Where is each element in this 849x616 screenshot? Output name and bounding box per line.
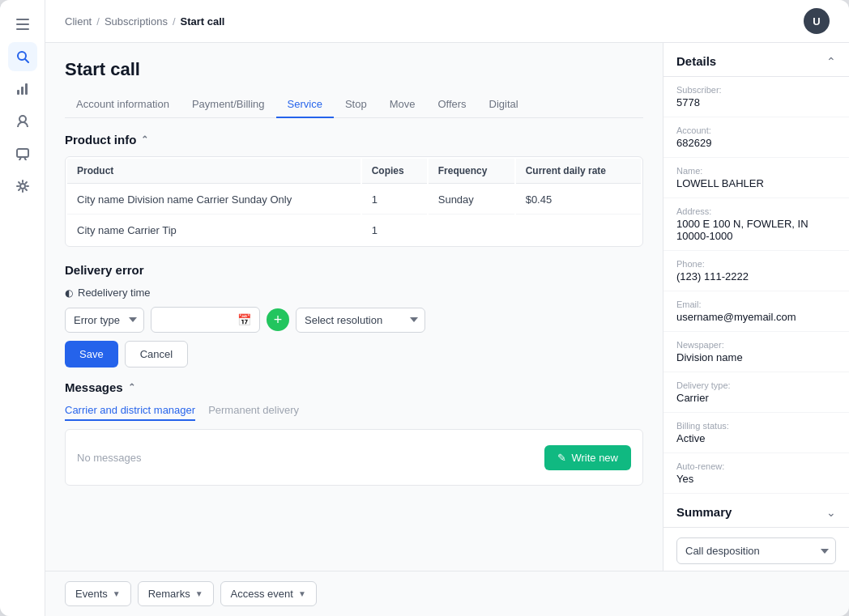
clock-icon: ◐: [65, 287, 73, 299]
col-rate: Current daily rate: [516, 159, 641, 184]
product-copies-2: 1: [362, 216, 427, 244]
tab-payment-billing[interactable]: Payment/Billing: [181, 91, 276, 118]
write-new-label: Write new: [571, 452, 618, 464]
cancel-button[interactable]: Cancel: [125, 341, 188, 367]
save-button[interactable]: Save: [65, 341, 118, 367]
product-info-header: Product info ⌃: [65, 133, 643, 147]
detail-field-phone: Phone: (123) 111-2222: [663, 251, 849, 291]
svg-rect-9: [17, 149, 28, 157]
messages-chevron[interactable]: ⌃: [128, 382, 135, 393]
breadcrumb: Client / Subscriptions / Start call: [65, 15, 224, 28]
detail-label-account: Account:: [676, 125, 836, 135]
breadcrumb-subscriptions[interactable]: Subscriptions: [105, 15, 168, 28]
breadcrumb-client[interactable]: Client: [65, 15, 92, 28]
details-chevron[interactable]: ⌃: [826, 55, 836, 68]
detail-label-delivery-type: Delivery type:: [676, 380, 836, 390]
sidebar-user-icon[interactable]: [8, 107, 37, 136]
write-new-button[interactable]: ✎ Write new: [544, 445, 631, 470]
nav-tabs: Account information Payment/Billing Serv…: [65, 91, 643, 118]
tab-move[interactable]: Move: [378, 91, 427, 118]
detail-field-account: Account: 682629: [663, 117, 849, 158]
delivery-error-btn-row: Save Cancel: [65, 341, 643, 367]
svg-point-10: [20, 184, 25, 189]
detail-label-address: Address:: [676, 206, 836, 216]
detail-value-subscriber: 5778: [676, 96, 836, 108]
svg-rect-0: [16, 19, 29, 20]
tab-offers[interactable]: Offers: [426, 91, 477, 118]
events-chevron-icon: ▼: [113, 589, 121, 598]
sidebar-message-icon[interactable]: [8, 139, 37, 168]
product-info-title: Product info: [65, 133, 136, 147]
svg-rect-1: [16, 23, 29, 25]
access-event-dropdown[interactable]: Access event ▼: [220, 581, 317, 606]
detail-field-address: Address: 1000 E 100 N, FOWLER, IN 10000-…: [663, 198, 849, 251]
product-frequency-2: [429, 216, 514, 244]
detail-value-account: 682629: [676, 137, 836, 149]
detail-label-auto-renew: Auto-renew:: [676, 461, 836, 471]
col-product: Product: [67, 159, 361, 184]
detail-field-delivery-type: Delivery type: Carrier: [663, 372, 849, 413]
call-disposition-select[interactable]: Call desposition: [676, 537, 836, 564]
sidebar-settings-icon[interactable]: [8, 172, 37, 201]
sidebar: [0, 0, 45, 616]
date-input[interactable]: [160, 314, 233, 326]
messages-tabs: Carrier and district manager Permanent d…: [65, 404, 643, 421]
left-content: Start call Account information Payment/B…: [45, 43, 663, 571]
summary-header: Summary ⌄: [663, 494, 849, 528]
summary-chevron[interactable]: ⌄: [826, 506, 836, 519]
messages-tab-permanent[interactable]: Permanent delivery: [208, 404, 299, 421]
sidebar-menu-icon[interactable]: [8, 10, 37, 39]
tab-account-information[interactable]: Account information: [65, 91, 181, 118]
product-info-chevron[interactable]: ⌃: [141, 134, 148, 145]
sidebar-search-icon[interactable]: [8, 42, 37, 71]
tab-digital[interactable]: Digital: [478, 91, 530, 118]
resolution-select[interactable]: Select resolution: [296, 308, 425, 333]
detail-label-newspaper: Newspaper:: [676, 340, 836, 350]
content-wrapper: Start call Account information Payment/B…: [45, 43, 849, 571]
breadcrumb-sep-1: /: [96, 15, 100, 28]
detail-value-delivery-type: Carrier: [676, 392, 836, 404]
table-row: City name Carrier Tip 1: [67, 216, 641, 244]
svg-line-4: [25, 59, 28, 62]
col-frequency: Frequency: [429, 159, 514, 184]
detail-label-billing-status: Billing status:: [676, 421, 836, 431]
product-rate-1: $0.45: [516, 185, 641, 215]
add-button[interactable]: +: [267, 308, 289, 331]
calendar-icon[interactable]: 📅: [237, 313, 251, 326]
detail-label-phone: Phone:: [676, 259, 836, 269]
error-type-select[interactable]: Error type: [65, 308, 144, 333]
detail-label-email: Email:: [676, 300, 836, 309]
events-dropdown[interactable]: Events ▼: [65, 581, 131, 606]
svg-rect-6: [21, 87, 23, 95]
product-rate-2: [516, 216, 641, 244]
product-frequency-1: Sunday: [429, 185, 514, 215]
detail-value-name: LOWELL BAHLER: [676, 177, 836, 189]
product-table: Product Copies Frequency Current daily r…: [65, 156, 643, 247]
sidebar-chart-icon[interactable]: [8, 74, 37, 104]
messages-header: Messages ⌃: [65, 380, 643, 394]
access-event-chevron-icon: ▼: [298, 589, 306, 598]
detail-field-billing-status: Billing status: Active: [663, 413, 849, 453]
product-name-2: City name Carrier Tip: [67, 216, 361, 244]
remarks-label: Remarks: [148, 588, 190, 600]
remarks-dropdown[interactable]: Remarks ▼: [138, 581, 214, 606]
user-avatar[interactable]: U: [804, 8, 830, 34]
redelivery-label: ◐ Redelivery time: [65, 287, 643, 299]
detail-value-email: username@myemail.com: [676, 311, 836, 323]
detail-field-name: Name: LOWELL BAHLER: [663, 158, 849, 198]
redelivery-text: Redelivery time: [78, 287, 151, 299]
svg-rect-7: [25, 83, 28, 95]
delivery-error-header: Delivery error: [65, 263, 643, 277]
detail-label-subscriber: Subscriber:: [676, 85, 836, 95]
tab-service[interactable]: Service: [276, 91, 334, 118]
detail-field-subscriber: Subscriber: 5778: [663, 77, 849, 117]
pencil-icon: ✎: [557, 452, 566, 464]
detail-field-newspaper: Newspaper: Division name: [663, 332, 849, 372]
col-copies: Copies: [362, 159, 427, 184]
svg-rect-5: [17, 90, 19, 95]
messages-tab-carrier[interactable]: Carrier and district manager: [65, 404, 195, 421]
svg-point-8: [19, 116, 26, 122]
detail-value-phone: (123) 111-2222: [676, 270, 836, 283]
detail-label-name: Name:: [676, 166, 836, 176]
tab-stop[interactable]: Stop: [334, 91, 378, 118]
